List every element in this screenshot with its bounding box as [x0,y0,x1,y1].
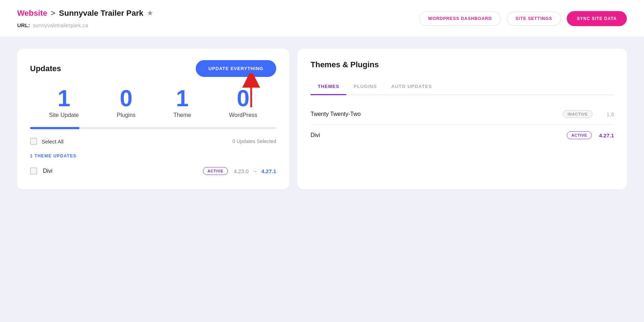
updates-panel: Updates UPDATE EVERYTHING 1 Site Updat [17,49,289,189]
themes-list: Twenty Twenty-Two INACTIVE 1.8 Divi ACTI… [311,104,614,146]
sync-site-data-button[interactable]: SYNC SITE DATA [567,11,627,26]
themes-plugins-header: Themes & Plugins [311,60,614,69]
header: Website > Sunnyvale Trailer Park ★ URL: … [0,0,644,37]
theme-version-twenty-twenty-two: 1.8 [600,111,614,117]
updates-selected-label: 0 Updates Selected [233,138,276,144]
stats-row: 1 Site Update 0 Plugins 1 Theme 0 WordPr… [30,87,276,118]
stat-theme-number: 1 [176,87,189,110]
star-icon[interactable]: ★ [147,9,153,17]
url-value: sunnyvaletrailerpark.ca [33,22,88,28]
tab-auto-updates[interactable]: AUTO UPDATES [384,79,439,95]
main-content: Updates UPDATE EVERYTHING 1 Site Updat [0,37,644,201]
tab-themes[interactable]: THEMES [311,79,346,95]
theme-inactive-badge-twenty-twenty-two: INACTIVE [563,110,592,118]
divi-version-arrow: → [252,168,258,174]
site-settings-button[interactable]: SITE SETTINGS [507,11,561,26]
divi-update-row: Divi ACTIVE 4.23.0 → 4.27.1 [30,164,276,178]
stat-site-update-label: Site Update [49,112,79,118]
stat-plugins: 0 Plugins [117,87,135,118]
stat-theme-label: Theme [174,112,191,118]
divi-active-badge: ACTIVE [203,167,228,175]
stat-wordpress-label: WordPress [229,112,257,118]
updates-panel-title: Updates [30,64,61,73]
divi-version-from: 4.23.0 [234,168,249,174]
theme-active-badge-divi: ACTIVE [567,131,592,139]
header-actions: WORDPRESS DASHBOARD SITE SETTINGS SYNC S… [419,11,627,26]
stat-theme: 1 Theme [174,87,191,118]
theme-name-divi: Divi [311,132,567,138]
stat-plugins-label: Plugins [117,112,135,118]
theme-version-divi: 4.27.1 [599,132,614,138]
tabs-row: THEMES PLUGINS AUTO UPDATES [311,79,614,95]
breadcrumb-website[interactable]: Website [17,9,47,18]
progress-bar-fill [30,127,79,129]
divi-update-checkbox[interactable] [30,167,37,175]
header-left: Website > Sunnyvale Trailer Park ★ URL: … [17,9,153,28]
url-row: URL: sunnyvaletrailerpark.ca [17,22,153,28]
theme-row-twenty-twenty-two: Twenty Twenty-Two INACTIVE 1.8 [311,104,614,125]
themes-plugins-title: Themes & Plugins [311,60,379,69]
divi-update-name: Divi [43,168,197,174]
theme-row-divi: Divi ACTIVE 4.27.1 [311,125,614,146]
theme-updates-section-label: 1 THEME UPDATES [30,153,276,158]
divi-version-to: 4.27.1 [261,168,276,174]
divi-version-info: 4.23.0 → 4.27.1 [234,168,276,174]
stat-site-update: 1 Site Update [49,87,79,118]
breadcrumb-separator: > [51,9,55,18]
select-row: Select All 0 Updates Selected [30,136,276,146]
url-label: URL: [17,22,30,28]
breadcrumb-site: Sunnyvale Trailer Park [59,9,143,18]
tab-plugins[interactable]: PLUGINS [346,79,384,95]
progress-bar-container [30,127,276,129]
breadcrumb: Website > Sunnyvale Trailer Park ★ [17,9,153,18]
stat-site-update-number: 1 [58,87,70,110]
theme-name-twenty-twenty-two: Twenty Twenty-Two [311,111,563,117]
wordpress-dashboard-button[interactable]: WORDPRESS DASHBOARD [419,11,501,26]
stat-wordpress-number: 0 [237,87,250,110]
stat-wordpress: 0 WordPress [229,87,257,118]
updates-panel-header: Updates UPDATE EVERYTHING [30,60,276,77]
update-everything-button[interactable]: UPDATE EVERYTHING [196,60,276,77]
themes-plugins-panel: Themes & Plugins THEMES PLUGINS AUTO UPD… [298,49,627,189]
select-all-label: Select All [42,138,64,145]
update-everything-wrapper: UPDATE EVERYTHING [196,60,276,77]
stat-plugins-number: 0 [120,87,133,110]
select-all-row: Select All [30,138,64,145]
select-all-checkbox[interactable] [30,138,37,145]
